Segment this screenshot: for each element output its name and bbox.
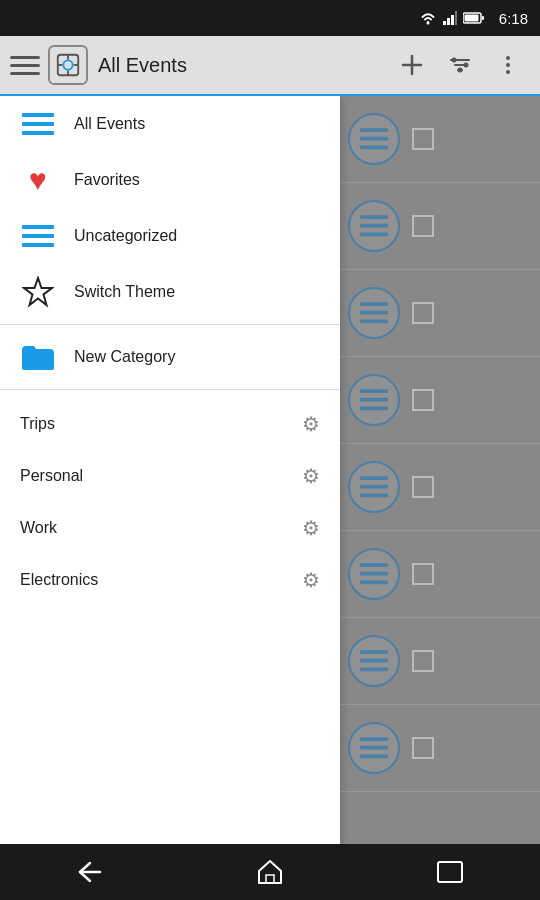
category-label-trips: Trips xyxy=(20,415,302,433)
svg-rect-59 xyxy=(438,862,462,882)
svg-point-23 xyxy=(506,63,510,67)
category-label-work: Work xyxy=(20,519,302,537)
category-label-personal: Personal xyxy=(20,467,302,485)
status-time: 6:18 xyxy=(499,10,528,27)
svg-point-9 xyxy=(63,60,72,69)
drawer-item-new-category[interactable]: New Category xyxy=(0,329,340,385)
recents-button[interactable] xyxy=(415,850,485,894)
electronics-gear-icon[interactable]: ⚙ xyxy=(302,568,320,592)
svg-rect-35 xyxy=(360,215,388,219)
svg-rect-4 xyxy=(455,11,457,25)
back-button[interactable] xyxy=(55,850,125,894)
svg-rect-45 xyxy=(360,485,388,489)
list-icon-3[interactable] xyxy=(348,287,400,339)
table-row xyxy=(340,444,540,531)
drawer-item-uncategorized[interactable]: Uncategorized xyxy=(0,208,340,264)
status-bar: 6:18 xyxy=(0,0,540,36)
svg-rect-25 xyxy=(22,113,54,117)
drawer-item-switch-theme[interactable]: Switch Theme xyxy=(0,264,340,320)
content-area xyxy=(340,96,540,844)
svg-rect-46 xyxy=(360,493,388,497)
list-icon-8[interactable] xyxy=(348,722,400,774)
switch-theme-icon xyxy=(20,276,56,308)
checkbox-7[interactable] xyxy=(412,650,434,672)
svg-rect-40 xyxy=(360,319,388,323)
checkbox-5[interactable] xyxy=(412,476,434,498)
category-item-electronics[interactable]: Electronics ⚙ xyxy=(0,554,340,606)
svg-rect-41 xyxy=(360,389,388,393)
svg-rect-58 xyxy=(266,875,274,883)
list-icon-2[interactable] xyxy=(348,200,400,252)
svg-rect-36 xyxy=(360,224,388,228)
category-item-trips[interactable]: Trips ⚙ xyxy=(0,398,340,450)
checkbox-2[interactable] xyxy=(412,215,434,237)
checkbox-3[interactable] xyxy=(412,302,434,324)
svg-marker-57 xyxy=(259,861,281,883)
home-button[interactable] xyxy=(235,850,305,894)
svg-rect-33 xyxy=(360,137,388,141)
drawer-item-favorites[interactable]: ♥ Favorites xyxy=(0,152,340,208)
table-row xyxy=(340,531,540,618)
svg-rect-47 xyxy=(360,563,388,567)
checkbox-1[interactable] xyxy=(412,128,434,150)
svg-rect-52 xyxy=(360,667,388,671)
checkbox-6[interactable] xyxy=(412,563,434,585)
table-row xyxy=(340,357,540,444)
svg-rect-7 xyxy=(464,15,478,22)
svg-rect-48 xyxy=(360,572,388,576)
list-icon-4[interactable] xyxy=(348,374,400,426)
list-icon-7[interactable] xyxy=(348,635,400,687)
table-row xyxy=(340,183,540,270)
table-row xyxy=(340,270,540,357)
svg-rect-2 xyxy=(447,18,450,25)
new-category-icon xyxy=(20,342,56,372)
app-bar: All Events xyxy=(0,36,540,96)
drawer: All Events ♥ Favorites Uncategorized xyxy=(0,96,340,844)
filter-button[interactable] xyxy=(438,43,482,87)
svg-rect-42 xyxy=(360,398,388,402)
menu-button[interactable] xyxy=(10,56,40,75)
table-row xyxy=(340,618,540,705)
category-section: Trips ⚙ Personal ⚙ Work ⚙ Electronics ⚙ xyxy=(0,394,340,606)
main-content: All Events ♥ Favorites Uncategorized xyxy=(0,96,540,844)
svg-rect-32 xyxy=(360,128,388,132)
svg-marker-31 xyxy=(24,278,52,305)
svg-rect-29 xyxy=(22,234,54,238)
add-button[interactable] xyxy=(390,43,434,87)
signal-icon xyxy=(443,11,457,25)
table-row xyxy=(340,96,540,183)
content-rows xyxy=(340,96,540,792)
svg-rect-39 xyxy=(360,311,388,315)
drawer-label-switch-theme: Switch Theme xyxy=(74,283,320,301)
category-item-personal[interactable]: Personal ⚙ xyxy=(0,450,340,502)
svg-rect-3 xyxy=(451,15,454,25)
checkbox-4[interactable] xyxy=(412,389,434,411)
app-bar-title: All Events xyxy=(98,54,390,77)
wifi-icon xyxy=(419,11,437,25)
category-item-work[interactable]: Work ⚙ xyxy=(0,502,340,554)
battery-icon xyxy=(463,12,485,24)
more-options-button[interactable] xyxy=(486,43,530,87)
work-gear-icon[interactable]: ⚙ xyxy=(302,516,320,540)
trips-gear-icon[interactable]: ⚙ xyxy=(302,412,320,436)
svg-rect-50 xyxy=(360,650,388,654)
svg-point-24 xyxy=(506,70,510,74)
list-icon-6[interactable] xyxy=(348,548,400,600)
svg-rect-43 xyxy=(360,406,388,410)
svg-point-0 xyxy=(426,22,429,25)
app-bar-actions xyxy=(390,43,530,87)
drawer-divider-1 xyxy=(0,324,340,325)
svg-rect-30 xyxy=(22,243,54,247)
table-row xyxy=(340,705,540,792)
list-icon-5[interactable] xyxy=(348,461,400,513)
personal-gear-icon[interactable]: ⚙ xyxy=(302,464,320,488)
category-label-electronics: Electronics xyxy=(20,571,302,589)
svg-rect-51 xyxy=(360,659,388,663)
svg-rect-49 xyxy=(360,580,388,584)
list-icon-1[interactable] xyxy=(348,113,400,165)
svg-point-21 xyxy=(458,68,463,73)
drawer-item-all-events[interactable]: All Events xyxy=(0,96,340,152)
svg-point-22 xyxy=(506,56,510,60)
checkbox-8[interactable] xyxy=(412,737,434,759)
svg-rect-27 xyxy=(22,131,54,135)
